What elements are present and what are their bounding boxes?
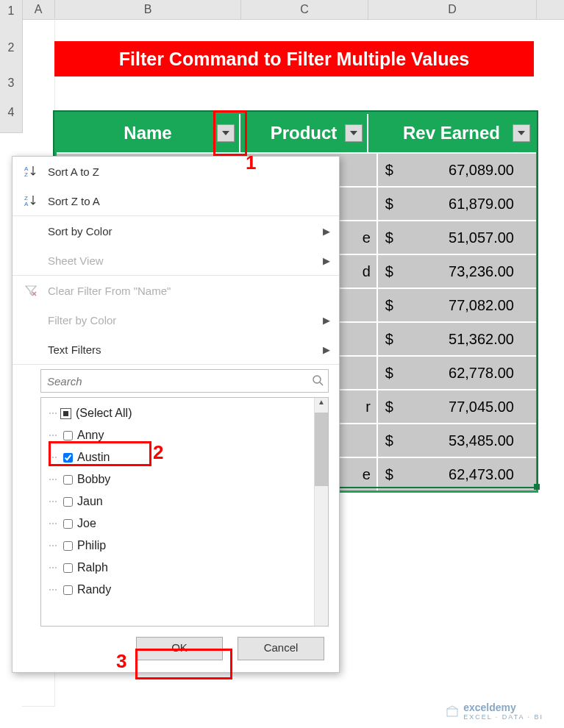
filter-dropdown-rev[interactable] bbox=[513, 124, 530, 142]
filter-item-select-all[interactable]: ⋯ (Select All) bbox=[49, 402, 328, 424]
chevron-down-icon bbox=[350, 131, 357, 135]
header-name-label: Name bbox=[124, 123, 171, 143]
filter-item-austin[interactable]: ⋯Austin bbox=[49, 446, 328, 468]
svg-line-10 bbox=[320, 382, 323, 385]
chevron-down-icon bbox=[222, 131, 229, 135]
checkbox[interactable] bbox=[63, 497, 73, 507]
filter-item[interactable]: ⋯Jaun bbox=[49, 490, 328, 513]
chevron-right-icon: ▶ bbox=[323, 226, 330, 237]
chevron-down-icon bbox=[518, 131, 525, 135]
row-header-1[interactable]: 1 bbox=[0, 0, 23, 23]
search-icon bbox=[312, 374, 324, 388]
filter-dropdown-name[interactable] bbox=[217, 124, 235, 142]
filter-item[interactable]: ⋯Joe bbox=[49, 513, 328, 535]
menu-text-filters[interactable]: Text Filters ▶ bbox=[13, 335, 339, 365]
filter-item-label: Austin bbox=[77, 451, 110, 464]
svg-point-9 bbox=[313, 376, 321, 383]
filter-item[interactable]: ⋯Philip bbox=[49, 535, 328, 557]
scroll-up-icon[interactable]: ▲ bbox=[315, 398, 328, 413]
header-rev: Rev Earned bbox=[368, 114, 535, 152]
row-header-4[interactable]: 4 bbox=[0, 93, 23, 133]
filter-menu: AZ Sort A to Z ZA Sort Z to A Sort by Co… bbox=[12, 156, 340, 673]
watermark-sub: EXCEL · DATA · BI bbox=[463, 713, 543, 721]
filter-item-label: Randy bbox=[77, 583, 111, 596]
scrollbar[interactable]: ▲ bbox=[314, 398, 328, 626]
menu-filter-by-color: Filter by Color ▶ bbox=[13, 305, 339, 335]
menu-sort-by-color[interactable]: Sort by Color ▶ bbox=[13, 216, 339, 246]
col-header-C[interactable]: C bbox=[241, 0, 368, 19]
blank-icon bbox=[21, 251, 40, 270]
checkbox-indeterminate-icon[interactable] bbox=[60, 408, 71, 419]
menu-sort-a-z-label: Sort A to Z bbox=[48, 165, 330, 178]
chevron-right-icon: ▶ bbox=[323, 344, 330, 355]
row-header-2[interactable]: 2 bbox=[0, 22, 23, 74]
menu-clear-filter-label: Clear Filter From "Name" bbox=[48, 285, 330, 297]
header-name: Name bbox=[57, 114, 240, 152]
page-title: Filter Command to Filter Multiple Values bbox=[54, 41, 534, 76]
filter-item-label: Joe bbox=[77, 517, 96, 530]
filter-item-label: Philip bbox=[77, 539, 106, 552]
checkbox[interactable] bbox=[63, 453, 73, 463]
menu-sort-z-a-label: Sort Z to A bbox=[48, 195, 330, 207]
header-rev-label: Rev Earned bbox=[403, 123, 500, 143]
checkbox[interactable] bbox=[63, 541, 73, 551]
filter-item-label: Bobby bbox=[77, 473, 110, 486]
menu-sheet-view: Sheet View ▶ bbox=[13, 246, 339, 276]
watermark-brand: exceldemy bbox=[463, 702, 543, 713]
filter-item[interactable]: ⋯Bobby bbox=[49, 468, 328, 490]
filter-search-input[interactable] bbox=[46, 374, 312, 388]
col-header-B[interactable]: B bbox=[55, 0, 241, 19]
checkbox[interactable] bbox=[63, 475, 73, 485]
filter-item-label: Ralph bbox=[77, 561, 108, 574]
col-header-A[interactable]: A bbox=[22, 0, 55, 19]
filter-item[interactable]: ⋯Anny bbox=[49, 424, 328, 446]
sort-asc-icon: AZ bbox=[21, 162, 40, 181]
filter-item[interactable]: ⋯Randy bbox=[49, 579, 328, 601]
filter-item-label: (Select All) bbox=[76, 407, 132, 420]
svg-text:Z: Z bbox=[24, 171, 28, 178]
logo-icon bbox=[446, 704, 459, 718]
cancel-button[interactable]: Cancel bbox=[238, 637, 324, 660]
menu-filter-by-color-label: Filter by Color bbox=[48, 314, 323, 326]
filter-item[interactable]: ⋯Ralph bbox=[49, 557, 328, 579]
svg-text:A: A bbox=[24, 201, 29, 207]
chevron-right-icon: ▶ bbox=[323, 315, 330, 326]
filter-buttons: OK Cancel bbox=[13, 627, 339, 665]
menu-sort-a-z[interactable]: AZ Sort A to Z bbox=[13, 157, 339, 186]
scroll-thumb[interactable] bbox=[315, 413, 328, 486]
checkbox[interactable] bbox=[63, 585, 73, 595]
sort-desc-icon: ZA bbox=[21, 191, 40, 210]
checkbox[interactable] bbox=[63, 431, 73, 440]
blank-icon bbox=[21, 310, 40, 329]
filter-values-list: ⋯ (Select All) ⋯Anny ⋯Austin ⋯Bobby ⋯Jau… bbox=[40, 397, 329, 627]
header-product: Product bbox=[240, 114, 368, 152]
checkbox[interactable] bbox=[63, 563, 73, 573]
blank-icon bbox=[21, 340, 40, 359]
svg-marker-2 bbox=[518, 131, 525, 135]
menu-sort-z-a[interactable]: ZA Sort Z to A bbox=[13, 186, 339, 216]
watermark: exceldemy EXCEL · DATA · BI bbox=[446, 702, 543, 721]
clear-filter-icon bbox=[21, 281, 40, 300]
filter-item-label: Jaun bbox=[77, 495, 103, 508]
col-header-D[interactable]: D bbox=[368, 0, 537, 19]
filter-dropdown-product[interactable] bbox=[345, 124, 363, 142]
header-product-label: Product bbox=[271, 123, 338, 143]
row-header-3[interactable]: 3 bbox=[0, 74, 23, 93]
svg-marker-1 bbox=[350, 131, 357, 135]
column-header-row: A B C D bbox=[0, 0, 564, 20]
checkbox[interactable] bbox=[63, 519, 73, 529]
svg-marker-0 bbox=[222, 131, 229, 135]
menu-sheet-view-label: Sheet View bbox=[48, 254, 323, 267]
menu-sort-by-color-label: Sort by Color bbox=[48, 225, 323, 238]
chevron-right-icon: ▶ bbox=[323, 255, 330, 266]
filter-item-label: Anny bbox=[77, 429, 104, 442]
menu-text-filters-label: Text Filters bbox=[48, 343, 323, 356]
ok-button[interactable]: OK bbox=[136, 637, 223, 660]
filter-search-box[interactable] bbox=[40, 369, 329, 393]
table-header: Name Product Rev Earned bbox=[57, 114, 536, 152]
svg-rect-11 bbox=[447, 709, 457, 716]
menu-clear-filter: Clear Filter From "Name" bbox=[13, 276, 339, 305]
blank-icon bbox=[21, 221, 40, 240]
